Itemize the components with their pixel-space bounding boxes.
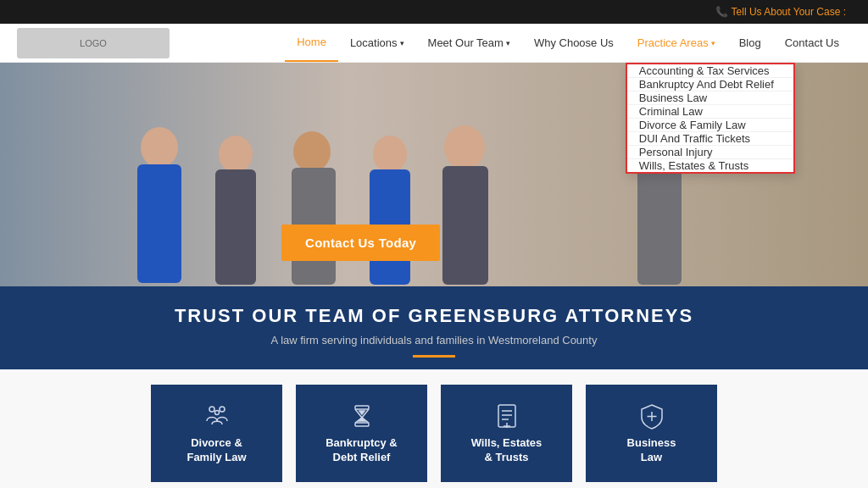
chevron-down-icon: ▾: [711, 39, 715, 47]
family-icon: [203, 402, 231, 430]
phone-icon: 📞: [715, 6, 728, 18]
svg-point-14: [220, 407, 225, 412]
nav-link-practice-areas[interactable]: Practice Areas ▾: [626, 24, 727, 62]
top-bar: 📞 Tell Us About Your Case :: [0, 0, 868, 24]
card-business-label: BusinessLaw: [627, 436, 676, 465]
nav-link-meet-team[interactable]: Meet Our Team ▾: [416, 24, 522, 62]
svg-point-13: [209, 407, 214, 412]
card-wills-estates-trusts[interactable]: Wills, Estates& Trusts: [441, 385, 572, 482]
nav-link-locations[interactable]: Locations ▾: [338, 24, 416, 62]
nav-item-home[interactable]: Home: [285, 24, 338, 62]
dropdown-item-dui[interactable]: DUI And Traffic Tickets: [627, 132, 793, 146]
svg-rect-10: [442, 166, 488, 285]
nav-item-why-choose[interactable]: Why Choose Us: [522, 24, 626, 62]
trust-title: TRUST OUR TEAM OF GREENSBURG ATTORNEYS: [17, 305, 851, 327]
dropdown-item-bankruptcy[interactable]: Bankruptcy And Debt Relief: [627, 78, 793, 92]
card-wills-label: Wills, Estates& Trusts: [471, 436, 542, 465]
card-bankruptcy-label: Bankruptcy &Debt Relief: [326, 436, 398, 465]
card-business-law[interactable]: BusinessLaw: [586, 385, 717, 482]
nav-item-meet-team[interactable]: Meet Our Team ▾: [416, 24, 522, 62]
svg-point-5: [293, 131, 331, 172]
nav-link-contact[interactable]: Contact Us: [773, 24, 851, 62]
svg-rect-16: [355, 406, 369, 409]
shield-icon: [638, 402, 665, 430]
nav-item-locations[interactable]: Locations ▾: [338, 24, 416, 62]
dropdown-item-wills[interactable]: Wills, Estates & Trusts: [627, 159, 793, 172]
trust-accent-line: [413, 355, 455, 358]
main-nav: LOGO Home Locations ▾ Meet Our Team ▾ Wh…: [0, 24, 868, 63]
card-divorce-label: Divorce &Family Law: [186, 436, 246, 465]
practice-cards-section: Divorce &Family Law Bankruptcy &Debt Rel…: [0, 369, 868, 488]
dropdown-item-criminal[interactable]: Criminal Law: [627, 105, 793, 119]
nav-item-blog[interactable]: Blog: [727, 24, 773, 62]
svg-point-9: [444, 125, 485, 169]
top-bar-phone-link[interactable]: Tell Us About Your Case :: [732, 6, 846, 18]
nav-link-home[interactable]: Home: [285, 24, 338, 62]
card-bankruptcy-debt-relief[interactable]: Bankruptcy &Debt Relief: [296, 385, 427, 482]
dropdown-item-divorce[interactable]: Divorce & Family Law: [627, 119, 793, 132]
trust-section: TRUST OUR TEAM OF GREENSBURG ATTORNEYS A…: [0, 286, 868, 369]
top-bar-phone-text: Tell Us About Your Case :: [732, 6, 846, 18]
nav-link-why-choose[interactable]: Why Choose Us: [522, 24, 626, 62]
document-icon: [493, 402, 520, 430]
svg-point-3: [219, 136, 253, 173]
contact-us-today-button[interactable]: Contact Us Today: [281, 225, 440, 261]
dropdown-item-accounting[interactable]: Accounting & Tax Services: [627, 64, 793, 78]
nav-links: Home Locations ▾ Meet Our Team ▾ Why Cho…: [285, 24, 851, 62]
logo: LOGO: [17, 28, 170, 58]
nav-link-blog[interactable]: Blog: [727, 24, 773, 62]
chevron-down-icon: ▾: [506, 39, 510, 47]
dropdown-item-personal-injury[interactable]: Personal Injury: [627, 146, 793, 159]
practice-areas-dropdown: Accounting & Tax Services Bankruptcy And…: [626, 63, 795, 174]
svg-rect-4: [215, 169, 256, 285]
chevron-down-icon: ▾: [400, 39, 404, 47]
trust-subtitle: A law firm serving individuals and famil…: [17, 334, 851, 347]
nav-item-contact[interactable]: Contact Us: [773, 24, 851, 62]
card-divorce-family-law[interactable]: Divorce &Family Law: [151, 385, 282, 482]
svg-point-1: [141, 127, 178, 168]
svg-rect-2: [137, 164, 181, 283]
svg-rect-12: [637, 168, 682, 285]
dropdown-item-business[interactable]: Business Law: [627, 92, 793, 105]
hourglass-icon: [348, 402, 376, 430]
svg-rect-17: [355, 423, 369, 426]
svg-point-15: [214, 410, 219, 414]
svg-point-7: [373, 136, 407, 173]
nav-item-practice-areas[interactable]: Practice Areas ▾ Accounting & Tax Servic…: [626, 24, 727, 62]
hero-cta-area: Contact Us Today: [281, 225, 440, 261]
